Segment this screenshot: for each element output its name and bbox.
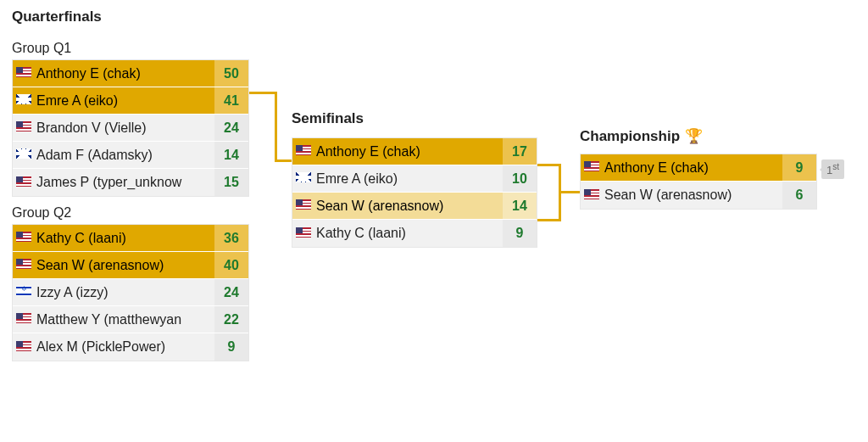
trophy-icon: 🏆 [685,127,703,145]
connector-line [559,164,561,193]
sf-row[interactable]: Emre A (eiko)10 [292,165,537,193]
player-name: Adam F (Adamsky) [31,148,214,163]
player-name: Sean W (arenasnow) [31,258,214,273]
semifinals-column: Semifinals Anthony E (chak)17Emre A (eik… [292,8,537,361]
flag-us-icon [16,313,31,323]
player-score: 24 [214,279,248,305]
flag-cell [581,161,599,174]
flag-cell [13,148,31,161]
q1-row[interactable]: Adam F (Adamsky)14 [13,142,248,169]
flag-us-icon [16,176,31,187]
connector-line [537,164,559,166]
player-name: Kathy C (laani) [31,231,214,246]
player-score: 9 [214,333,248,361]
flag-us-icon [296,145,311,155]
flag-il-icon [16,286,31,296]
flag-cell [13,176,31,189]
sf-row[interactable]: Kathy C (laani)9 [292,220,537,247]
ch-row[interactable]: Sean W (arenasnow)6 [581,182,816,209]
player-score: 9 [782,154,816,181]
connector-line [559,193,561,221]
q2-row[interactable]: Sean W (arenasnow)40 [13,252,248,279]
semifinals-title: Semifinals [292,110,537,127]
semifinals-box: Anthony E (chak)17Emre A (eiko)10Sean W … [292,137,537,248]
first-place-tag: 1st [821,159,844,179]
championship-box: Anthony E (chak)9Sean W (arenasnow)6 [580,154,817,210]
quarterfinals-column: Quarterfinals Group Q1 Anthony E (chak)5… [12,8,249,361]
player-name: Alex M (PicklePower) [31,339,214,355]
player-score: 6 [782,182,816,209]
player-score: 9 [503,220,537,247]
flag-cell [13,313,31,326]
flag-us-icon [584,161,599,171]
player-name: Emre A (eiko) [311,171,503,187]
flag-cell [13,341,31,354]
player-score: 36 [214,225,248,251]
sf-row[interactable]: Anthony E (chak)17 [292,138,537,165]
q2-row[interactable]: Alex M (PicklePower)9 [13,333,248,361]
group-q1-title: Group Q1 [12,41,249,56]
flag-us-icon [16,259,31,269]
flag-cell [581,189,599,202]
sf-row[interactable]: Sean W (arenasnow)14 [292,193,537,220]
ch-row[interactable]: Anthony E (chak)9 [581,154,816,182]
flag-us-icon [296,199,311,210]
player-name: Izzy A (izzy) [31,285,214,300]
player-name: Anthony E (chak) [599,160,782,176]
flag-cell [13,94,31,107]
q2-row[interactable]: Izzy A (izzy)24 [13,279,248,306]
flag-cell [13,67,31,80]
flag-cell [13,232,31,244]
q1-row[interactable]: Brandon V (Vielle)24 [13,115,248,142]
flag-cell [292,199,311,212]
q2-row[interactable]: Kathy C (laani)36 [13,225,248,252]
flag-cell [292,227,311,240]
quarterfinals-title: Quarterfinals [12,8,249,25]
player-score: 17 [503,138,537,165]
championship-title: Championship 🏆 [580,127,817,145]
player-name: Emre A (eiko) [31,93,214,109]
flag-us-icon [16,341,31,351]
player-score: 22 [214,306,248,333]
player-name: Kathy C (laani) [311,226,503,241]
championship-column: Championship 🏆 Anthony E (chak)9Sean W (… [580,8,817,361]
q1-row[interactable]: Anthony E (chak)50 [13,60,248,87]
player-name: Sean W (arenasnow) [599,187,782,203]
connector-line [275,92,277,159]
group-q2-title: Group Q2 [12,205,249,221]
flag-uk-icon [16,94,31,104]
player-score: 10 [503,165,537,192]
flag-cell [292,145,311,158]
connector-line [537,219,559,221]
flag-cell [13,121,31,134]
flag-cell [13,259,31,271]
place-suffix: st [832,162,839,171]
q1-row[interactable]: Emre A (eiko)41 [13,87,248,115]
player-score: 50 [214,60,248,87]
player-score: 40 [214,252,248,278]
flag-us-icon [16,232,31,242]
flag-cell [292,172,311,185]
bracket-container: Quarterfinals Group Q1 Anthony E (chak)5… [12,8,856,361]
championship-title-text: Championship [580,128,680,145]
player-name: James P (typer_unknow [31,175,214,190]
connector-line [275,159,292,162]
player-name: Sean W (arenasnow) [311,199,503,214]
player-name: Brandon V (Vielle) [31,120,214,136]
flag-cell [13,286,31,299]
flag-uk-icon [16,148,31,159]
connector-line [249,92,275,94]
player-name: Matthew Y (matthewyan [31,312,214,327]
flag-us-icon [16,121,31,131]
q2-row[interactable]: Matthew Y (matthewyan22 [13,306,248,333]
player-score: 14 [503,193,537,219]
player-name: Anthony E (chak) [31,66,214,81]
player-score: 41 [214,87,248,114]
q1-row[interactable]: James P (typer_unknow15 [13,169,248,196]
flag-uk-icon [296,172,311,182]
player-score: 24 [214,115,248,141]
connector-line [559,191,580,193]
group-q2-box: Kathy C (laani)36Sean W (arenasnow)40Izz… [12,224,249,361]
group-q1-box: Anthony E (chak)50Emre A (eiko)41Brandon… [12,59,249,197]
player-score: 14 [214,142,248,168]
